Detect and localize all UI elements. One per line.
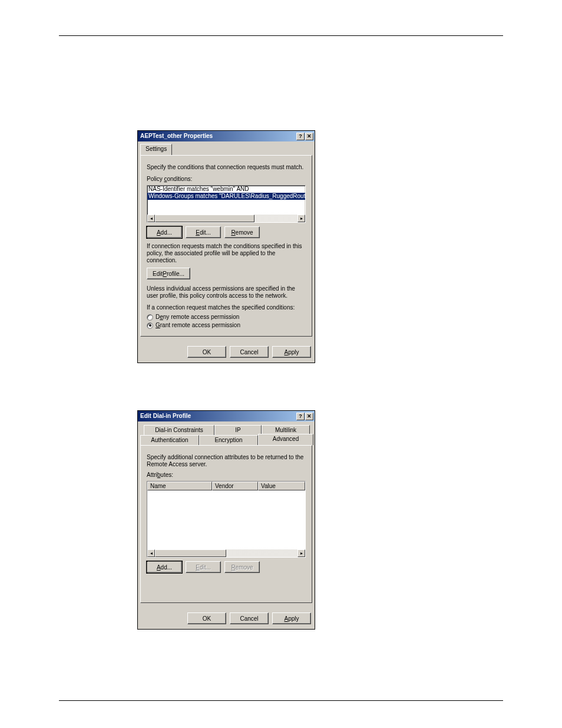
column-name[interactable]: Name — [147, 482, 212, 490]
titlebar[interactable]: AEPTest_other Properties ? ✕ — [138, 131, 315, 141]
apply-button[interactable]: Apply — [272, 346, 311, 358]
horizontal-scrollbar[interactable]: ◂ ▸ — [147, 549, 305, 557]
radio-icon — [147, 322, 153, 329]
ok-button[interactable]: OK — [187, 346, 226, 358]
tab-label: Settings — [146, 146, 167, 152]
column-value[interactable]: Value — [258, 482, 305, 490]
edit-button[interactable]: Edit... — [186, 226, 221, 238]
scroll-right-icon[interactable]: ▸ — [297, 549, 305, 557]
unless-text: Unless individual access permissions are… — [147, 285, 306, 299]
tab-panel-advanced: Specify additional connection attributes… — [140, 445, 312, 603]
dialog-buttons: OK Cancel Apply — [138, 609, 315, 629]
dialog-buttons: OK Cancel Apply — [138, 342, 315, 363]
tabstrip: Dial-in Constraints IP Multilink Authent… — [140, 425, 312, 445]
policy-conditions-label: Policy conditions: — [147, 176, 306, 183]
tab-label: Dial-in Constraints — [155, 427, 203, 433]
scroll-right-icon[interactable]: ▸ — [297, 215, 305, 222]
radio-icon — [147, 314, 153, 321]
edit-button: Edit... — [186, 561, 221, 573]
close-icon[interactable]: ✕ — [305, 133, 313, 140]
help-icon[interactable]: ? — [296, 413, 305, 420]
tab-authentication[interactable]: Authentication — [140, 435, 199, 445]
scroll-thumb[interactable] — [155, 215, 254, 222]
ok-button[interactable]: OK — [187, 612, 226, 624]
match-text: If connection requests match the conditi… — [147, 243, 306, 264]
condition-buttons: Add... Edit... Remove — [147, 226, 306, 238]
column-vendor[interactable]: Vendor — [212, 482, 258, 490]
tab-label: Authentication — [151, 437, 188, 443]
tab-settings[interactable]: Settings — [140, 144, 172, 155]
if-match-text: If a connection request matches the spec… — [147, 304, 306, 311]
tab-advanced[interactable]: Advanced — [258, 434, 313, 445]
bottom-rule — [59, 700, 503, 701]
tab-ip[interactable]: IP — [214, 425, 262, 435]
scroll-left-icon[interactable]: ◂ — [147, 549, 155, 557]
help-icon[interactable]: ? — [296, 133, 305, 140]
tab-encryption[interactable]: Encryption — [199, 435, 258, 445]
tab-label: Advanced — [273, 436, 299, 442]
radio-label: Deny remote access permission — [156, 314, 239, 321]
attribute-buttons: Add... Edit... Remove — [147, 561, 306, 573]
listview-header: Name Vendor Value — [147, 482, 305, 490]
tab-panel-settings: Specify the conditions that connection r… — [140, 155, 312, 337]
tab-label: IP — [235, 427, 240, 433]
remove-button: Remove — [224, 561, 260, 573]
radio-grant[interactable]: Grant remote access permission — [147, 322, 306, 329]
top-rule — [59, 35, 503, 36]
tabstrip: Settings — [140, 145, 312, 155]
attributes-label: Attributes: — [147, 472, 306, 479]
window-title: AEPTest_other Properties — [140, 133, 296, 140]
remove-button[interactable]: Remove — [224, 226, 260, 238]
tab-dialin-constraints[interactable]: Dial-in Constraints — [144, 425, 214, 435]
policy-conditions-list[interactable]: NAS-Identifier matches "webmin" AND Wind… — [147, 185, 306, 223]
add-button[interactable]: Add... — [147, 561, 182, 573]
edit-profile-button[interactable]: Edit Profile... — [147, 268, 190, 279]
list-item[interactable]: NAS-Identifier matches "webmin" AND — [147, 186, 305, 193]
attributes-listview[interactable]: Name Vendor Value ◂ ▸ — [147, 481, 306, 558]
horizontal-scrollbar[interactable]: ◂ ▸ — [147, 215, 305, 222]
properties-dialog: AEPTest_other Properties ? ✕ Settings Sp… — [137, 130, 315, 363]
list-item[interactable]: Windows-Groups matches "DARULES\Radius_R… — [147, 193, 305, 200]
tab-label: Multilink — [275, 427, 296, 433]
apply-button[interactable]: Apply — [272, 612, 311, 624]
listview-body[interactable] — [147, 490, 305, 549]
tab-label: Encryption — [214, 437, 242, 443]
cancel-button[interactable]: Cancel — [230, 346, 269, 358]
specify-conditions-text: Specify the conditions that connection r… — [147, 164, 306, 171]
close-icon[interactable]: ✕ — [305, 413, 313, 420]
titlebar[interactable]: Edit Dial-in Profile ? ✕ — [138, 411, 315, 421]
scroll-left-icon[interactable]: ◂ — [147, 215, 155, 222]
window-title: Edit Dial-in Profile — [140, 413, 296, 420]
radio-label: Grant remote access permission — [156, 322, 240, 329]
specify-additional-text: Specify additional connection attributes… — [147, 454, 306, 468]
edit-dialin-profile-dialog: Edit Dial-in Profile ? ✕ Dial-in Constra… — [137, 410, 315, 630]
radio-deny[interactable]: Deny remote access permission — [147, 314, 306, 321]
cancel-button[interactable]: Cancel — [230, 612, 269, 624]
scroll-thumb[interactable] — [155, 549, 226, 557]
add-button[interactable]: Add... — [147, 226, 182, 238]
